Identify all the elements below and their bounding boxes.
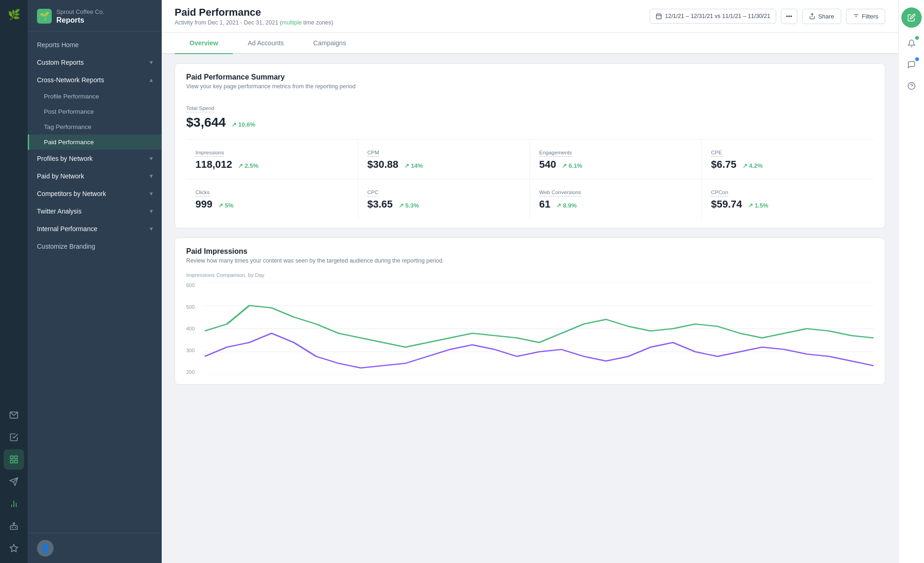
filters-button[interactable]: Filters (846, 9, 885, 24)
sidebar-item-custom-reports[interactable]: Custom Reports ▾ (28, 54, 162, 71)
chart-label: Impressions Comparison, by Day (186, 272, 874, 278)
tab-ad-accounts-label: Ad Accounts (248, 39, 284, 47)
metric-change: 5% (218, 202, 233, 209)
metric-label: CPE (711, 150, 722, 157)
subtitle-suffix: time zones) (302, 19, 333, 26)
chevron-custom-reports: ▾ (150, 59, 152, 66)
sidebar-item-profiles-by-network[interactable]: Profiles by Network ▾ (28, 150, 162, 167)
edit-button[interactable] (901, 7, 922, 28)
chevron-cross-network: ▴ (150, 77, 152, 83)
sidebar-label-branding: Customize Branding (37, 243, 95, 250)
metric-cell-cpcon: CPCon $59.74 1.5% (702, 179, 874, 219)
svg-rect-1 (11, 456, 13, 459)
sidebar-item-tag-performance[interactable]: Tag Performance (28, 119, 162, 135)
svg-point-11 (13, 523, 14, 524)
multiple-timezones-link[interactable]: multiple (282, 19, 302, 26)
nav-icon-inbox[interactable] (4, 405, 24, 425)
sidebar-item-paid-performance[interactable]: Paid Performance (28, 135, 162, 150)
nav-icon-bot[interactable] (4, 516, 24, 536)
metric-label: CPM (367, 150, 379, 157)
nav-icon-star[interactable] (4, 538, 24, 558)
share-button[interactable]: Share (802, 9, 841, 24)
tab-ad-accounts[interactable]: Ad Accounts (233, 33, 298, 54)
nav-icon-bar-chart[interactable] (4, 494, 24, 514)
sidebar-item-reports-home[interactable]: Reports Home (28, 36, 162, 54)
metric-change: 8.9% (556, 202, 577, 209)
icon-rail: 🌿 (0, 0, 28, 563)
date-range-label: 12/1/21 – 12/31/21 vs 11/1/21 – 11/30/21 (665, 13, 770, 19)
svg-marker-15 (10, 545, 18, 552)
impressions-subtitle: Review how many times your content was s… (186, 257, 874, 264)
tab-campaigns-label: Campaigns (313, 39, 346, 47)
metrics-grid: Impressions 118,012 2.5% CPM $30.88 14% … (186, 140, 874, 219)
sidebar-item-paid-by-network[interactable]: Paid by Network ▾ (28, 167, 162, 185)
metric-value: $30.88 (367, 159, 398, 170)
date-range-button[interactable]: 12/1/21 – 12/31/21 vs 11/1/21 – 11/30/21 (650, 9, 776, 24)
svg-rect-4 (11, 460, 13, 463)
sidebar-label-reports-home: Reports Home (37, 41, 79, 49)
chevron-profiles: ▾ (150, 155, 152, 162)
metric-change: 6.1% (562, 162, 582, 169)
chat-button[interactable] (902, 55, 921, 74)
impressions-title: Paid Impressions (186, 247, 874, 256)
sidebar-item-post-performance[interactable]: Post Performance (28, 104, 162, 119)
sidebar-item-competitors-by-network[interactable]: Competitors by Network ▾ (28, 185, 162, 202)
nav-icon-tasks[interactable] (4, 427, 24, 447)
metric-value-row: 61 8.9% (539, 198, 692, 210)
metric-value-row: 540 6.1% (539, 159, 692, 171)
sidebar-item-customize-branding[interactable]: Customize Branding (28, 238, 162, 255)
metric-value: 540 (539, 159, 556, 170)
nav-icon-leaf[interactable]: 🌿 (4, 5, 24, 25)
metric-cell-web-conversions: Web Conversions 61 8.9% (530, 179, 702, 219)
sidebar-label-internal: Internal Performance (37, 225, 97, 233)
chat-badge (915, 57, 919, 61)
right-rail (898, 0, 924, 563)
metric-value-row: $6.75 4.2% (711, 159, 864, 171)
filters-label: Filters (862, 13, 878, 20)
topbar-actions: 12/1/21 – 12/31/21 vs 11/1/21 – 11/30/21… (650, 9, 885, 24)
y-label: 500 (186, 304, 201, 310)
tabs-bar: Overview Ad Accounts Campaigns (162, 33, 898, 54)
more-button[interactable]: ••• (781, 9, 797, 24)
sidebar-item-twitter-analysis[interactable]: Twitter Analysis ▾ (28, 202, 162, 220)
metric-value: 999 (195, 198, 213, 210)
metric-cell-engagements: Engagements 540 6.1% (530, 140, 702, 179)
bell-icon (907, 39, 916, 48)
metric-label: Web Conversions (539, 190, 581, 196)
sidebar-footer: 👤 (28, 533, 162, 563)
sidebar-label-cross-network: Cross-Network Reports (37, 76, 104, 84)
brand-icon: 🌱 (37, 9, 52, 24)
content-inner: Paid Performance Summary View your key p… (162, 54, 898, 394)
user-avatar[interactable]: 👤 (37, 540, 54, 557)
chevron-paid-network: ▾ (150, 173, 152, 179)
sidebar-item-profile-performance[interactable]: Profile Performance (28, 89, 162, 104)
sidebar-item-internal-performance[interactable]: Internal Performance ▾ (28, 220, 162, 238)
nav-icon-reports[interactable] (4, 449, 24, 470)
sidebar-label-paid-by-network: Paid by Network (37, 172, 84, 180)
edit-icon (907, 13, 916, 22)
tab-overview[interactable]: Overview (175, 33, 233, 54)
brand-company: Sprout Coffee Co. (56, 8, 104, 16)
metric-label: Engagements (539, 150, 572, 157)
metric-value-row: 118,012 2.5% (195, 159, 348, 171)
metric-change: 5.3% (399, 202, 419, 209)
calendar-icon (656, 13, 662, 19)
chart-canvas (205, 282, 874, 375)
help-button[interactable] (902, 77, 921, 95)
metric-value-row: 999 5% (195, 198, 348, 210)
page-header: Paid Performance Activity from Dec 1, 20… (175, 6, 333, 26)
total-spend-section: Total Spend $3,644 10.6% (186, 98, 874, 140)
brand-app: Reports (56, 16, 104, 24)
metric-label: Impressions (195, 150, 224, 157)
metric-value: $6.75 (711, 159, 736, 170)
metric-cell-impressions: Impressions 118,012 2.5% (186, 140, 358, 179)
sidebar-item-cross-network[interactable]: Cross-Network Reports ▴ (28, 71, 162, 89)
nav-icon-publish[interactable] (4, 471, 24, 492)
sidebar-label-twitter: Twitter Analysis (37, 208, 81, 215)
y-label: 600 (186, 282, 201, 288)
page-subtitle: Activity from Dec 1, 2021 - Dec 31, 2021… (175, 19, 333, 26)
notifications-button[interactable] (902, 34, 921, 53)
tab-campaigns[interactable]: Campaigns (298, 33, 361, 54)
metric-value: $3.65 (367, 198, 393, 210)
filters-icon (853, 13, 859, 19)
